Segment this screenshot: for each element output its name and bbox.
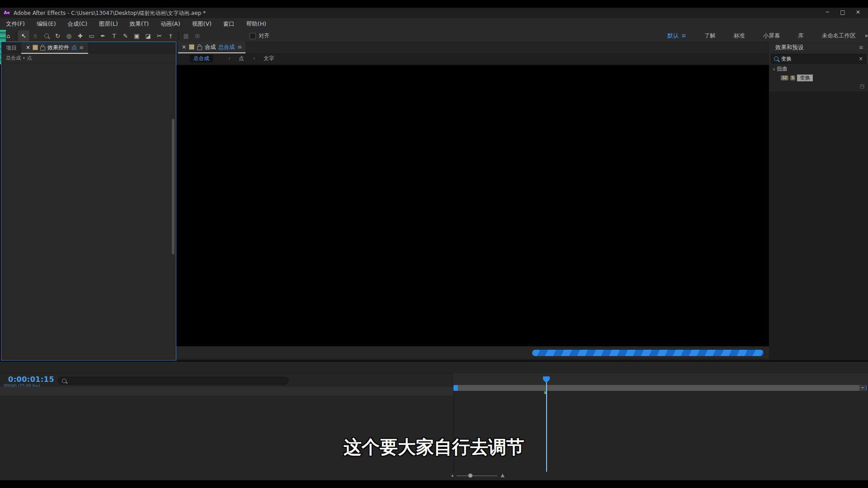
close-button[interactable]: ✕ bbox=[852, 9, 864, 15]
workspaces-more-icon[interactable]: » bbox=[865, 33, 868, 39]
breadcrumb-sep: ‹ bbox=[253, 55, 255, 61]
app-window: Ae Adobe After Effects - C:\Users\13047\… bbox=[0, 0, 868, 488]
zoom-out-icon[interactable]: ▲ bbox=[451, 474, 453, 477]
toolbar: ⌂↖☝↻◎✚▭✒T✎▣◪✂†▦⊞ 对齐 默认≡了解标准小屏幕库未命名工作区» bbox=[0, 30, 868, 42]
eraser-tool[interactable]: ◪ bbox=[142, 30, 154, 41]
preview-progress-bar bbox=[532, 350, 764, 356]
zoom-tool[interactable] bbox=[41, 30, 52, 41]
effect-panel-scrollbar[interactable] bbox=[172, 119, 175, 254]
tab-effect-controls[interactable]: × 效果控件 点 ≡ bbox=[21, 42, 88, 54]
panel-swatch bbox=[33, 45, 38, 50]
brush-tool[interactable]: ✎ bbox=[120, 30, 131, 41]
menubar: 文件(F)编辑(E)合成(C)图层(L)效果(T)动画(A)视图(V)窗口帮助(… bbox=[0, 18, 868, 30]
timeline-panel: 0:00:01:15 00040 (25.00 fps) ✒ ▲ ▲ bbox=[0, 361, 868, 480]
search-icon bbox=[62, 379, 66, 383]
pan-behind-tool[interactable]: ✚ bbox=[75, 30, 86, 41]
timeline-tabs bbox=[0, 361, 868, 374]
effects-presets-panel: 效果和预设 ≡ 变换 × ∨ 扭曲 32 S 变换 ◳ bbox=[769, 42, 868, 91]
tab-kind-label: 合成 bbox=[205, 43, 216, 51]
effects-search-box[interactable]: 变换 × bbox=[771, 54, 866, 64]
menu-item[interactable]: 图层(L) bbox=[93, 18, 124, 30]
effect-controls-panel: 项目 × 效果控件 点 ≡ 总合成 • 点 bbox=[1, 42, 176, 361]
camera-tool[interactable]: ◎ bbox=[63, 30, 75, 41]
toolbar-separator bbox=[178, 32, 179, 40]
timeline-column-header bbox=[0, 387, 453, 396]
composition-canvas[interactable] bbox=[176, 65, 769, 346]
menu-item[interactable]: 效果(T) bbox=[124, 18, 155, 30]
letterbox-bottom bbox=[0, 480, 868, 488]
timeline-zoom-slider[interactable]: ▲ ▲ bbox=[451, 472, 505, 479]
bit-depth-badge: 32 bbox=[781, 75, 788, 80]
clone-stamp-tool[interactable]: ▣ bbox=[131, 30, 142, 41]
shape-tool[interactable]: ▭ bbox=[86, 30, 97, 41]
hand-tool[interactable]: ☝ bbox=[29, 30, 41, 41]
menu-item[interactable]: 编辑(E) bbox=[31, 18, 62, 30]
lock-icon bbox=[197, 46, 202, 50]
workspace-库[interactable]: 库 bbox=[789, 32, 813, 40]
workspace-默认[interactable]: 默认≡ bbox=[658, 32, 695, 40]
axis-mode-icon[interactable]: ▦ bbox=[180, 30, 192, 41]
effects-presets-title: 效果和预设 bbox=[775, 44, 804, 51]
time-ruler[interactable] bbox=[453, 373, 868, 385]
tab-target-layer: 点 bbox=[71, 44, 77, 52]
timeline-search-box[interactable] bbox=[58, 377, 288, 385]
tab-comp-name: 总合成 bbox=[218, 43, 235, 51]
effects-presets-header[interactable]: 效果和预设 ≡ bbox=[769, 42, 868, 53]
tab-project[interactable]: 项目 bbox=[1, 42, 21, 54]
snap-checkbox[interactable] bbox=[250, 33, 256, 39]
puppet-pin-tool[interactable]: † bbox=[165, 30, 176, 41]
breadcrumb-comp[interactable]: 总合成 bbox=[190, 55, 213, 62]
new-folder-icon[interactable]: ◳ bbox=[860, 83, 864, 89]
maximize-button[interactable]: □ bbox=[836, 9, 849, 15]
effects-presets-footer: ◳ bbox=[769, 82, 868, 90]
letterbox-top bbox=[0, 0, 868, 8]
menu-item[interactable]: 动画(A) bbox=[155, 18, 186, 30]
menu-item[interactable]: 窗口 bbox=[217, 18, 241, 30]
toolbar-separator bbox=[16, 32, 16, 40]
pen-tool[interactable]: ✒ bbox=[97, 30, 108, 41]
selection-tool[interactable]: ↖ bbox=[18, 30, 29, 41]
video-subtitle: 这个要大家自行去调节 bbox=[0, 435, 868, 460]
panel-menu-icon[interactable]: ≡ bbox=[237, 44, 242, 50]
work-area-bar[interactable] bbox=[453, 385, 867, 391]
workspace-未命名工作区[interactable]: 未命名工作区 bbox=[813, 32, 865, 40]
grid-mode-icon[interactable]: ⊞ bbox=[192, 30, 203, 41]
roto-brush-tool[interactable]: ✂ bbox=[154, 30, 165, 41]
menu-item[interactable]: 视图(V) bbox=[186, 18, 217, 30]
workspace-menu-icon[interactable]: ≡ bbox=[681, 32, 686, 39]
panel-menu-icon[interactable]: ≡ bbox=[79, 44, 84, 51]
menu-item[interactable]: 合成(C) bbox=[62, 18, 93, 30]
tab-close-icon[interactable]: × bbox=[26, 44, 30, 51]
panel-menu-icon[interactable]: ≡ bbox=[859, 42, 863, 53]
snap-control[interactable]: 对齐 bbox=[250, 32, 269, 40]
workspace-了解[interactable]: 了解 bbox=[695, 32, 725, 40]
viewer-tabs: × 合成 总合成 ≡ bbox=[176, 42, 769, 53]
current-time-display[interactable]: 0:00:01:15 bbox=[8, 375, 54, 384]
workspace-小屏幕[interactable]: 小屏幕 bbox=[754, 32, 789, 40]
workspace-标准[interactable]: 标准 bbox=[725, 32, 754, 40]
zoom-handle[interactable] bbox=[468, 474, 472, 478]
minimize-button[interactable]: ─ bbox=[821, 9, 834, 15]
zoom-in-icon[interactable]: ▲ bbox=[501, 472, 505, 478]
orbit-camera-tool[interactable]: ↻ bbox=[52, 30, 63, 41]
comp-marker-bin[interactable]: ✒ bbox=[859, 385, 866, 391]
panel-tabs: 项目 × 效果控件 点 ≡ bbox=[1, 42, 176, 54]
effects-category[interactable]: ∨ 扭曲 bbox=[769, 64, 868, 73]
effect-item-transform[interactable]: 32 S 变换 bbox=[769, 73, 868, 82]
gpu-badge: S bbox=[790, 75, 795, 80]
menu-item[interactable]: 帮助(H) bbox=[241, 18, 272, 30]
chevron-down-icon: ∨ bbox=[773, 67, 775, 71]
search-icon bbox=[774, 56, 778, 61]
menu-item[interactable]: 文件(F) bbox=[0, 18, 31, 30]
effect-properties-list bbox=[1, 64, 176, 358]
composition-viewer: × 合成 总合成 ≡ 总合成 ‹ 点 ‹ 文字 bbox=[176, 42, 769, 361]
breadcrumb-text-layer[interactable]: 文字 bbox=[264, 55, 274, 62]
type-tool[interactable]: T bbox=[108, 30, 120, 41]
tab-close-icon[interactable]: × bbox=[182, 44, 186, 50]
tab-composition[interactable]: × 合成 总合成 ≡ bbox=[178, 42, 245, 53]
breadcrumb-layer[interactable]: 点 bbox=[239, 55, 244, 62]
effects-search-value[interactable]: 变换 bbox=[781, 56, 792, 62]
clear-search-icon[interactable]: × bbox=[859, 56, 863, 62]
work-area-start-handle[interactable] bbox=[453, 385, 458, 391]
zoom-track[interactable] bbox=[457, 475, 497, 476]
